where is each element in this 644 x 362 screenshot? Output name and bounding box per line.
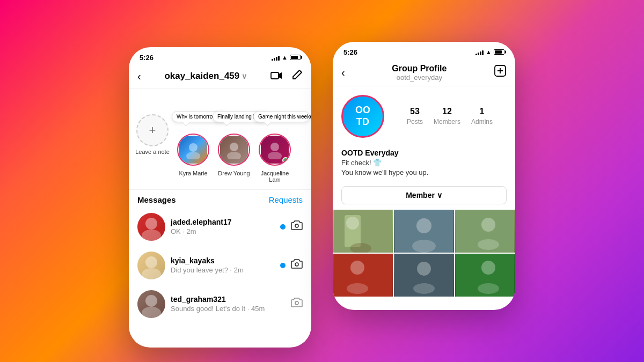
svg-point-34 [417,262,431,276]
camera-icon-ted[interactable] [291,298,303,310]
group-bio: OOTD Everyday Fit check! 👕 You know we'l… [333,146,515,183]
jaded-username: jaded.elephant17 [171,218,275,226]
back-button[interactable]: ‹ [137,70,141,83]
svg-point-31 [350,261,364,275]
story-item-jacqueline[interactable]: Game night this weekend? 🎱 Jacqueline La… [258,114,292,183]
kyia-avatar [137,252,165,279]
svg-point-25 [416,218,431,233]
svg-point-38 [478,283,499,294]
drew-avatar [218,134,250,166]
svg-point-32 [347,283,368,294]
photo-row-1 [333,210,515,253]
message-item-jaded[interactable]: jaded.elephant17 OK · 2m [129,208,311,246]
messages-label: Messages [137,195,176,204]
no-unread-spacer [280,301,286,307]
signal-icon-right [475,49,484,55]
camera-icon-jaded[interactable] [291,220,303,233]
stories-section: + Leave a note Why is tomorrow Monday!?😩… [129,88,311,190]
svg-point-6 [270,143,279,151]
svg-point-8 [145,218,157,230]
unread-dot-kyia [280,263,286,268]
status-icons-right: ▲ [475,49,504,55]
group-back-button[interactable]: ‹ [341,67,345,79]
battery-icon [290,55,301,60]
message-item-ted[interactable]: ted_graham321 Sounds good! Let's do it ·… [129,285,311,323]
add-note-avatar: + [136,114,169,146]
leave-note-label: Leave a note [135,149,170,155]
stories-row: + Leave a note Why is tomorrow Monday!?😩… [129,108,311,190]
photo-cell-3[interactable] [455,210,515,253]
group-header: ‹ Group Profile ootd_everyday [333,60,515,86]
kyra-avatar [177,134,209,166]
story-item-leave-note[interactable]: + Leave a note [135,114,170,183]
member-button[interactable]: Member ∨ [341,186,507,204]
status-bar-left: 5:26 ▲ [129,47,311,65]
kyra-name: Kyra Marie [179,170,207,176]
svg-point-12 [142,268,161,279]
wifi-icon: ▲ [282,54,288,61]
svg-rect-0 [271,72,279,79]
header-left: ‹ okay_kaiden_459 ∨ [129,65,311,88]
group-stats: 53 Posts 12 Members 1 Admins [393,107,507,126]
kyia-username: kyia_kayaks [171,256,275,265]
message-item-kyia[interactable]: kyia_kayaks Did you leave yet? · 2m [129,246,311,285]
svg-point-14 [145,295,157,307]
story-item-drew[interactable]: Finally landing in NYC! ❤️ Drew Young [217,114,251,183]
svg-point-16 [295,301,298,305]
ted-avatar [137,290,165,318]
photo-cell-2[interactable] [394,210,454,253]
time-left: 5:26 [140,54,153,62]
header-username[interactable]: okay_kaiden_459 ∨ [164,71,247,82]
svg-point-9 [142,230,161,241]
svg-point-7 [268,152,282,159]
add-group-button[interactable] [494,64,507,80]
stat-posts: 53 Posts [407,107,423,126]
wifi-icon-right: ▲ [486,49,492,55]
stat-admins: 1 Admins [471,107,493,126]
header-icons [270,69,303,84]
ted-preview: Sounds good! Let's do it · 45m [171,305,275,313]
svg-point-26 [412,240,436,253]
posts-count: 53 [407,107,423,116]
jaded-content: jaded.elephant17 OK · 2m [171,218,275,235]
kyia-content: kyia_kayaks Did you leave yet? · 2m [171,256,275,274]
jaded-preview: OK · 2m [171,227,275,235]
members-label: Members [434,118,460,125]
admins-count: 1 [471,107,493,116]
svg-point-5 [227,152,241,159]
group-profile-title: Group Profile [345,64,494,73]
jacq-name: Jacqueline Lam [258,170,292,183]
battery-icon-right [494,49,504,55]
drew-name: Drew Young [218,170,250,176]
ted-username: ted_graham321 [171,295,275,304]
story-item-kyra[interactable]: Why is tomorrow Monday!?😩 Kyra Marie [176,114,210,183]
group-info: OOTD 53 Posts 12 Members 1 Admins [333,86,515,146]
group-avatar: OOTD [341,95,384,138]
svg-point-37 [481,261,495,275]
ted-content: ted_graham321 Sounds good! Let's do it ·… [171,295,275,313]
phone-left: 5:26 ▲ ‹ okay_kaiden_459 ∨ [129,47,311,348]
time-right: 5:26 [343,48,357,56]
svg-point-10 [295,224,298,227]
photo-cell-6[interactable] [455,254,515,297]
svg-point-29 [478,239,499,250]
camera-icon-kyia[interactable] [291,259,303,271]
photo-row-2 [333,254,515,297]
svg-point-22 [346,217,359,230]
members-count: 12 [434,107,460,116]
messages-header: Messages Requests [129,190,311,208]
compose-icon[interactable] [291,69,303,84]
kyia-preview: Did you leave yet? · 2m [171,266,275,274]
chevron-down-icon: ∨ [241,72,247,80]
signal-icon [272,55,280,61]
svg-point-15 [142,307,161,318]
video-icon[interactable] [270,70,282,83]
svg-point-11 [145,256,157,268]
photo-cell-4[interactable] [333,254,393,297]
jacq-avatar [259,134,291,166]
photo-cell-5[interactable] [394,254,454,297]
svg-point-35 [413,283,435,294]
photo-grid [333,210,515,297]
photo-cell-1[interactable] [333,210,393,253]
requests-button[interactable]: Requests [269,195,303,204]
